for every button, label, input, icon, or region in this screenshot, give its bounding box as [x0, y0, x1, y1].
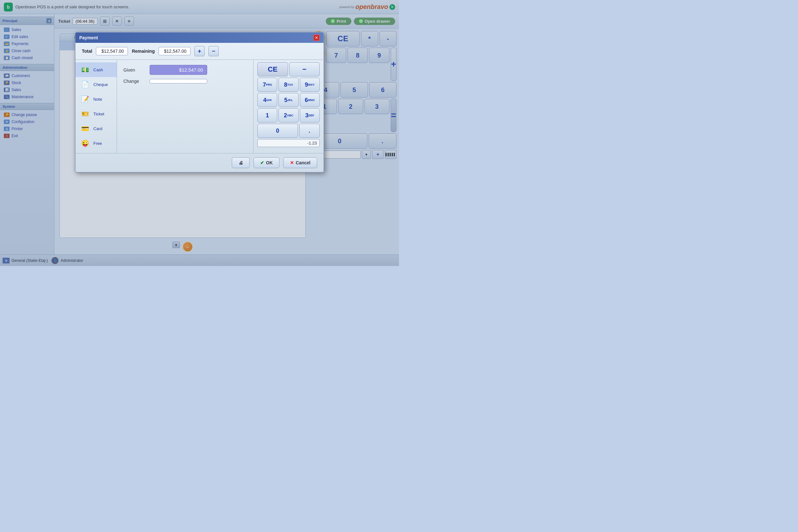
pay-btn-3[interactable]: 3DEF [300, 108, 320, 122]
pay-method-cash[interactable]: 💵 Cash [75, 62, 117, 77]
cheque-icon: 📄 [79, 80, 91, 89]
pay-method-note[interactable]: 📝 Note [75, 92, 117, 107]
pay-btn-2[interactable]: 2ABC [279, 108, 298, 122]
pay-method-card[interactable]: 💳 Card [75, 121, 117, 136]
ok-check-icon: ✔ [260, 160, 264, 165]
pay-result-display: -1.23 [258, 139, 320, 147]
payment-title-bar: Payment ✕ [75, 33, 324, 43]
payment-input-area: Given $12,547.00 Change [117, 60, 253, 153]
payment-overlay: Payment ✕ Total $12,547.00 Remaining $12… [0, 0, 399, 266]
pay-minus-button[interactable]: − [289, 62, 320, 76]
change-field [150, 79, 207, 83]
ticket-icon: 🎫 [79, 109, 91, 119]
payment-total-row: Total $12,547.00 Remaining $12,547.00 + … [75, 43, 324, 60]
pay-ok-button[interactable]: ✔ OK [253, 157, 280, 168]
total-label: Total [82, 49, 92, 54]
pay-print-button[interactable]: 🖨 [232, 157, 250, 168]
pay-btn-9[interactable]: 9WXY [300, 78, 320, 92]
cancel-x-icon: ✕ [290, 160, 294, 165]
card-icon: 💳 [79, 124, 91, 133]
payment-title: Payment [79, 35, 98, 40]
pay-btn-8[interactable]: 8TUV [279, 78, 298, 92]
pay-cancel-button[interactable]: ✕ Cancel [283, 157, 317, 168]
pay-btn-4[interactable]: 4GHI [258, 93, 277, 107]
given-field[interactable]: $12,547.00 [150, 65, 207, 75]
pay-btn-1[interactable]: 1 [258, 108, 277, 122]
pay-btn-6[interactable]: 6MNO [300, 93, 320, 107]
pay-ce-button[interactable]: CE [258, 62, 288, 76]
pay-method-cheque[interactable]: 📄 Cheque [75, 77, 117, 92]
payment-footer: 🖨 ✔ OK ✕ Cancel [75, 153, 324, 172]
remaining-label: Remaining [132, 49, 155, 54]
pay-sub-btn[interactable]: − [208, 46, 219, 56]
pay-btn-7[interactable]: 7PRS [258, 78, 277, 92]
pay-method-free[interactable]: 😜 Free [75, 136, 117, 151]
payment-numpad: CE − 7PRS 8TUV 9WXY 4GHI 5JKL 6MNO 1 2AB… [253, 60, 324, 153]
payment-close-button[interactable]: ✕ [313, 35, 320, 41]
print-icon: 🖨 [239, 160, 243, 165]
change-label: Change [124, 79, 146, 84]
pay-btn-0[interactable]: 0 [258, 124, 298, 138]
total-value: $12,547.00 [96, 47, 128, 55]
payment-dialog: Payment ✕ Total $12,547.00 Remaining $12… [75, 32, 324, 173]
note-icon: 📝 [79, 94, 91, 104]
change-row: Change [124, 79, 247, 84]
free-icon: 😜 [79, 138, 91, 148]
cash-icon: 💵 [79, 65, 91, 75]
given-row: Given $12,547.00 [124, 65, 247, 75]
payment-methods-list: 💵 Cash 📄 Cheque 📝 Note 🎫 Ticket 💳 [75, 60, 117, 153]
pay-method-ticket[interactable]: 🎫 Ticket [75, 107, 117, 121]
given-label: Given [124, 68, 146, 73]
pay-btn-dot[interactable]: . [299, 124, 320, 138]
pay-add-btn[interactable]: + [194, 46, 205, 56]
remaining-value: $12,547.00 [158, 47, 191, 55]
payment-body: 💵 Cash 📄 Cheque 📝 Note 🎫 Ticket 💳 [75, 60, 324, 153]
pay-btn-5[interactable]: 5JKL [279, 93, 298, 107]
